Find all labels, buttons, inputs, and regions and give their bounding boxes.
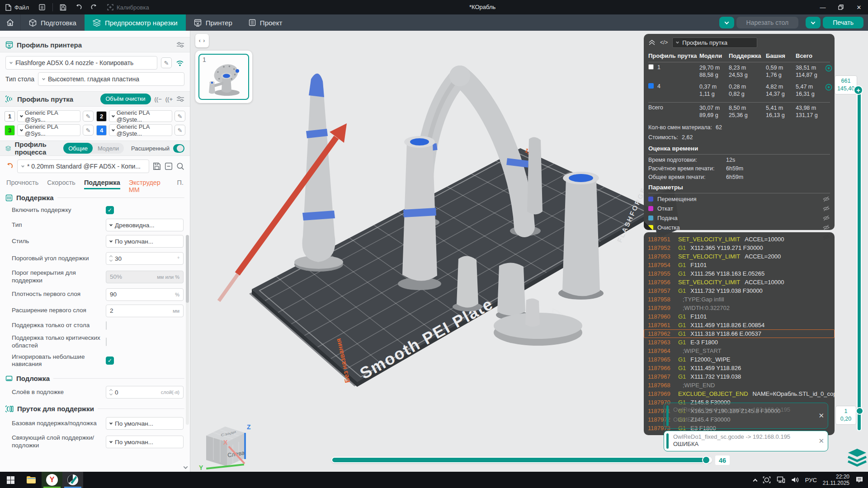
collapse-up-icon[interactable] [648,39,656,46]
filament-preset-dropdown[interactable]: Generic PLA @Syste... [109,110,172,122]
ignore-small-overhangs-checkbox[interactable]: ✓ [106,357,114,365]
layer-slider-bottom-handle[interactable] [856,407,863,415]
first-layer-density-input[interactable]: 90 % [106,288,184,301]
file-menu[interactable]: Файл [0,0,34,14]
undo-button[interactable] [71,0,86,14]
search-icon[interactable] [176,162,184,170]
edit-filament-button[interactable]: ✎ [175,125,185,136]
notification-center-icon[interactable] [855,476,863,483]
tab-preview[interactable]: Предпросмотр нарезки [85,14,186,31]
gcode-line[interactable]: 1187967G1X111.732 Y119.038 [644,372,835,381]
buildplate-only-checkbox[interactable] [106,321,107,330]
filament-color-badge[interactable]: 4 [96,125,107,136]
edit-filament-button[interactable]: ✎ [83,125,94,136]
tray-expand-icon[interactable] [753,479,757,483]
reset-icon[interactable] [5,163,14,170]
bed-type-dropdown[interactable]: Высокотемп. гладкая пластина [38,72,184,86]
visibility-off-icon[interactable] [822,196,830,202]
remove-filament-icon[interactable]: ((− [155,96,162,103]
edit-printer-button[interactable]: ✎ [161,57,172,68]
purge-volume-button[interactable]: Объём очистки [100,94,151,104]
slice-options-button[interactable] [719,17,734,28]
print-button[interactable]: Печать [823,17,863,28]
tab-other[interactable]: П. [177,179,184,189]
tab-prepare[interactable]: Подготовка [21,14,85,31]
layer-slider-top-handle[interactable]: + [854,85,863,95]
move-slider-track[interactable] [331,457,712,463]
volume-icon[interactable] [791,476,799,483]
slice-button[interactable]: Нарезать стол [736,17,799,28]
spinner-arrows-icon[interactable] [110,256,112,261]
filament-preset-dropdown[interactable]: Generic PLA @Sys... [17,124,80,136]
add-filament-icon[interactable]: ((+ [165,96,173,103]
printer-settings-sliders-icon[interactable] [176,42,184,48]
printer-preset-dropdown[interactable]: Flashforge AD5X 0.4 nozzle - Копировать [5,56,157,70]
tab-strength[interactable]: Прочность [6,179,38,189]
gcode-line[interactable]: 1187965G1F12000;_WIPE [644,355,835,364]
visibility-eye-icon[interactable] [825,83,833,91]
gcode-line[interactable]: 1187951SET_VELOCITY_LIMITACCEL=10000 [644,235,835,244]
filament-preset-dropdown[interactable]: Generic PLA @Sys... [17,110,80,122]
visibility-eye-icon[interactable] [825,64,833,72]
redo-button[interactable] [86,0,102,14]
close-icon[interactable]: ✕ [818,412,824,420]
threshold-angle-input[interactable]: 30 ° [106,252,184,265]
calibration-menu[interactable]: Калибровка [102,0,155,14]
plate-thumbnail[interactable]: 1 [198,54,249,100]
support-style-dropdown[interactable]: По умолчан... [106,235,184,248]
gcode-line[interactable]: 1187964;WIPE_START [644,347,835,355]
gcode-line[interactable]: 1187968;WIPE_END [644,381,835,389]
scroll-down-icon[interactable] [184,465,188,469]
tab-project[interactable]: Проект [241,14,290,31]
delete-preset-icon[interactable] [165,162,173,170]
filament-preset-dropdown[interactable]: Generic PLA @Syste... [109,124,172,136]
tab-printer[interactable]: Принтер [186,14,241,31]
save-button[interactable] [56,0,71,14]
panel-resize-corner[interactable] [644,221,653,230]
support-type-dropdown[interactable]: Древовидна... [106,219,184,231]
gcode-view-icon[interactable]: </> [660,39,668,46]
gcode-line[interactable]: 1187960G1F1101 [644,312,835,321]
gcode-line[interactable]: 1187959;WIDTH:0.322702 [644,304,835,312]
gcode-line[interactable]: 1187966G1X111.459 Y118.826 [644,364,835,372]
collapse-panel-button[interactable]: ‹ › [195,34,209,47]
gcode-line[interactable]: 1187955G1X111.256 Y118.163 E.05265 [644,269,835,278]
gcode-line[interactable]: 1187963G1E-3 F1800 [644,338,835,347]
edit-filament-button[interactable]: ✎ [175,111,185,122]
gcode-line[interactable]: 1187958;TYPE:Gap infill [644,295,835,304]
filament-settings-sliders-icon[interactable] [176,96,184,102]
wifi-send-icon[interactable] [175,59,184,67]
start-button[interactable] [0,472,21,488]
raft-layers-input[interactable]: 0 слой(-я) [106,386,184,399]
tab-speed[interactable]: Скорость [47,179,75,189]
gcode-line[interactable]: 1187956SET_VELOCITY_LIMITACCEL=10000 [644,278,835,286]
first-layer-expansion-input[interactable]: 2 мм [106,305,184,317]
gcode-line[interactable]: 1187952G1X112.365 Y119.271 F30000 [644,244,835,252]
gcode-line[interactable]: 1187954G1F1101 [644,261,835,269]
layers-view-icon[interactable] [847,448,867,467]
file-explorer-button[interactable] [21,472,42,488]
critical-only-checkbox[interactable] [106,338,107,346]
network-icon[interactable] [777,476,785,483]
gcode-line[interactable]: 1187957G1X111.732 Y119.038 F30000 [644,286,835,295]
enable-support-checkbox[interactable]: ✓ [106,206,114,214]
visibility-off-icon[interactable] [822,215,830,221]
slicer-app-button[interactable] [62,472,83,488]
move-slider-handle[interactable] [702,456,710,464]
tab-mm-extruder[interactable]: Экструдер ММ [129,179,169,189]
minimize-button[interactable]: — [814,0,832,14]
filament-color-badge[interactable]: 3 [5,125,15,136]
stats-view-dropdown[interactable]: Профиль прутка [672,38,757,48]
save-preset-icon[interactable] [153,162,161,170]
taskbar-clock[interactable]: 22:20 21.11.2025 [823,474,849,486]
edit-filament-button[interactable]: ✎ [83,111,94,122]
recent-list-button[interactable] [34,0,50,14]
navigation-cube[interactable]: Сзади Слева Z Y X [196,421,255,472]
meet-now-icon[interactable] [763,476,771,483]
gcode-line[interactable]: 1187969EXCLUDE_OBJECT_ENDNAME=КОрабль.ST… [644,389,835,398]
tab-support[interactable]: Поддержка [84,179,120,189]
overlap-threshold-input[interactable]: 50% мм или % [106,271,184,283]
plate-thumbnail-card[interactable]: 1 [195,51,252,103]
scope-global-pill[interactable]: Общие [63,143,93,154]
language-indicator[interactable]: РУС [805,477,817,483]
